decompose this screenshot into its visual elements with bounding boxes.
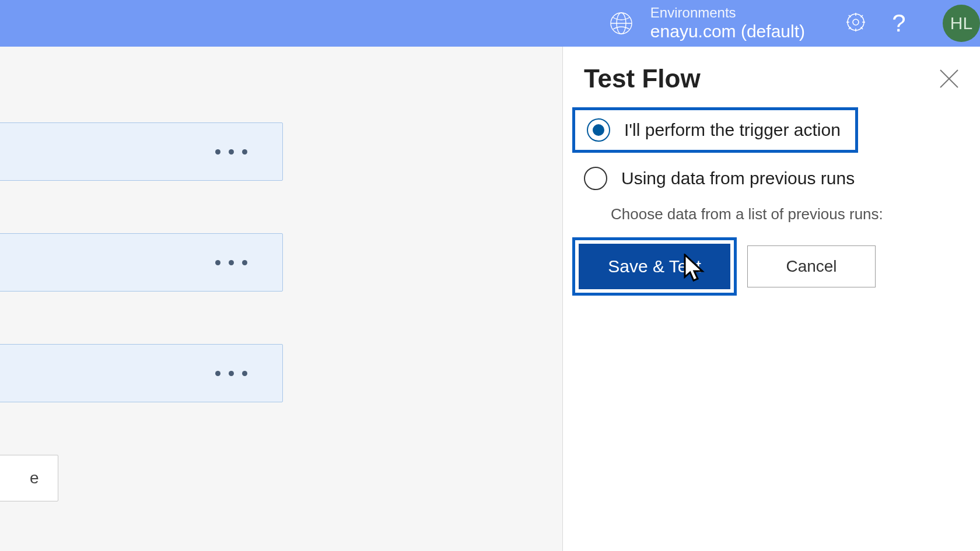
help-button[interactable]: ? xyxy=(883,8,915,39)
ellipsis-icon[interactable] xyxy=(215,149,247,155)
user-avatar[interactable]: HL xyxy=(943,5,980,42)
ellipsis-icon[interactable] xyxy=(215,260,247,265)
test-flow-panel: Test Flow I'll perform the trigger actio… xyxy=(563,47,980,551)
radio-label: I'll perform the trigger action xyxy=(624,120,841,140)
button-label: Cancel xyxy=(786,257,836,276)
add-step-button[interactable]: e xyxy=(0,455,58,501)
environment-picker[interactable]: Environments enayu.com (default) xyxy=(608,5,805,43)
environment-name: enayu.com (default) xyxy=(650,21,805,42)
close-button[interactable] xyxy=(938,68,960,92)
gear-icon xyxy=(844,10,867,36)
ellipsis-icon[interactable] xyxy=(215,371,247,376)
button-label: Save & Test xyxy=(608,257,701,276)
svg-point-3 xyxy=(853,19,859,25)
environment-label: Environments xyxy=(650,5,805,22)
flow-step-card[interactable] xyxy=(0,233,283,292)
question-icon: ? xyxy=(892,9,905,37)
close-icon xyxy=(938,82,960,92)
svg-point-4 xyxy=(848,14,864,30)
radio-option-previous-runs[interactable]: Using data from previous runs xyxy=(572,159,980,198)
settings-button[interactable] xyxy=(840,8,872,39)
add-step-label: e xyxy=(30,469,39,487)
flow-step-card[interactable] xyxy=(0,122,283,181)
globe-icon xyxy=(608,10,634,36)
avatar-initials: HL xyxy=(950,13,972,33)
radio-option-subtext: Choose data from a list of previous runs… xyxy=(563,204,980,235)
cancel-button[interactable]: Cancel xyxy=(747,245,876,287)
radio-icon xyxy=(587,118,610,142)
highlight-frame: Save & Test xyxy=(572,237,737,296)
app-header: Environments enayu.com (default) ? HL xyxy=(0,0,980,47)
radio-icon xyxy=(584,167,607,190)
panel-title: Test Flow xyxy=(563,47,980,107)
panel-button-row: Save & Test Cancel xyxy=(572,237,980,296)
flow-designer-canvas: e xyxy=(0,47,563,551)
radio-label: Using data from previous runs xyxy=(621,169,855,188)
flow-step-card[interactable] xyxy=(0,344,283,402)
save-and-test-button[interactable]: Save & Test xyxy=(579,244,730,289)
radio-option-perform-trigger[interactable]: I'll perform the trigger action xyxy=(572,107,858,153)
